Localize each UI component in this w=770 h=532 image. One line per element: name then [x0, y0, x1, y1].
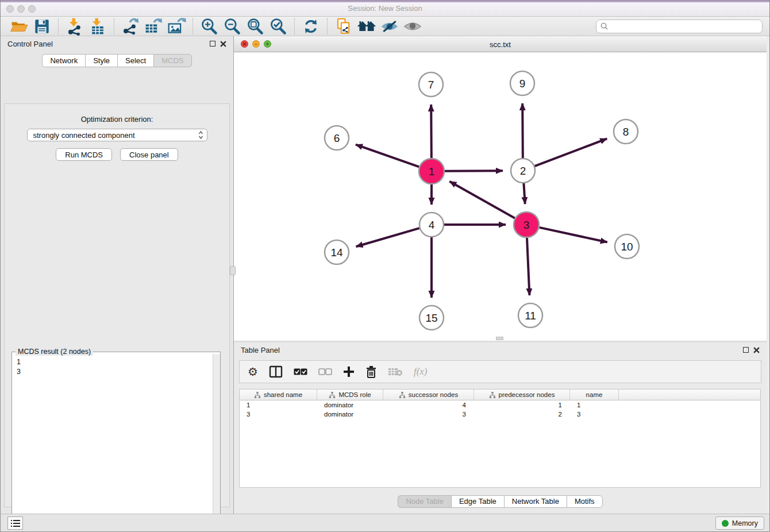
edge-1-7[interactable] — [431, 105, 432, 158]
tab-network-table[interactable]: Network Table — [504, 495, 567, 508]
cell-shared-name[interactable]: 3 — [240, 410, 317, 419]
criterion-select-value: strongly connected component — [33, 131, 135, 140]
edge-4-14[interactable] — [356, 228, 419, 246]
cell-MCDS-role[interactable]: dominator — [317, 400, 383, 410]
toolbar-separator — [294, 18, 295, 34]
import-table-icon[interactable] — [86, 17, 109, 36]
edge-3-10[interactable] — [539, 228, 607, 242]
main-titlebar: Session: New Session — [1, 1, 769, 17]
clone-network-icon[interactable] — [332, 17, 355, 36]
cell-successor-nodes[interactable]: 3 — [383, 410, 474, 419]
column-type-icon — [329, 392, 336, 398]
function-builder-icon: f(x) — [414, 364, 428, 380]
zoom-selected-icon[interactable] — [267, 17, 290, 36]
node-label-4: 4 — [429, 219, 435, 231]
node-label-9: 9 — [519, 78, 526, 90]
table-row[interactable]: 1dominator411 — [240, 400, 760, 410]
cell-predecessor-nodes[interactable]: 2 — [474, 410, 570, 419]
column-layout-icon[interactable] — [269, 364, 283, 380]
float-table-panel-icon[interactable] — [743, 347, 749, 353]
cell-name[interactable]: 3 — [570, 410, 619, 419]
open-file-icon[interactable] — [7, 17, 30, 36]
network-canvas[interactable]: 7968124314101511 — [234, 52, 767, 341]
result-scrollbar[interactable] — [213, 354, 220, 532]
toolbar-separator — [327, 18, 328, 34]
column-header-label: shared name — [264, 391, 302, 398]
edge-2-3[interactable] — [523, 183, 525, 204]
mcds-panel: Optimization criterion: strongly connect… — [4, 103, 230, 507]
column-header-successor-nodes[interactable]: successor nodes — [383, 390, 474, 400]
vertical-splitter-handle[interactable] — [230, 266, 236, 275]
memory-label: Memory — [732, 519, 758, 527]
search-input[interactable] — [611, 22, 758, 30]
export-image-icon[interactable] — [165, 17, 188, 36]
delete-column-trash-icon[interactable] — [365, 364, 377, 380]
tab-edge-table[interactable]: Edge Table — [451, 495, 504, 508]
node-label-8: 8 — [623, 126, 629, 138]
add-column-icon[interactable] — [343, 364, 355, 380]
memory-button[interactable]: Memory — [715, 516, 764, 530]
save-session-icon[interactable] — [30, 17, 53, 36]
edge-2-8[interactable] — [535, 138, 607, 166]
edge-3-11[interactable] — [527, 238, 529, 295]
node-label-1: 1 — [429, 165, 435, 178]
hide-panels-eye-icon[interactable] — [378, 17, 401, 36]
tab-mcds[interactable]: MCDS — [153, 54, 191, 67]
column-header-label: predecessor nodes — [499, 391, 555, 398]
tab-network[interactable]: Network — [42, 54, 85, 67]
refresh-view-icon[interactable] — [299, 17, 322, 36]
mcds-result-group: MCDS result (2 nodes) 13 — [11, 352, 221, 532]
toolbar-separator — [192, 18, 193, 34]
close-table-panel-icon[interactable] — [753, 347, 760, 353]
search-icon — [600, 22, 608, 30]
column-header-MCDS-role[interactable]: MCDS role — [317, 390, 383, 400]
column-type-icon — [399, 392, 406, 398]
import-network-icon[interactable] — [63, 17, 86, 36]
zoom-fit-icon[interactable] — [244, 17, 267, 36]
optimization-criterion-label: Optimization criterion: — [5, 115, 229, 124]
edge-1-6[interactable] — [356, 145, 419, 167]
edge-3-1[interactable] — [449, 182, 515, 218]
reset-home-icon[interactable] — [355, 17, 378, 36]
close-panel-button[interactable]: Close panel — [120, 148, 178, 161]
show-panels-eye-icon[interactable] — [401, 17, 424, 36]
task-history-button[interactable] — [7, 516, 23, 530]
table-toolbar: ⚙ f(x) — [239, 360, 761, 383]
tab-style[interactable]: Style — [85, 54, 117, 67]
table-row[interactable]: 3dominator323 — [240, 410, 760, 419]
cell-MCDS-role[interactable]: dominator — [317, 410, 383, 419]
cell-name[interactable]: 1 — [570, 400, 619, 410]
zoom-out-icon[interactable] — [221, 17, 244, 36]
column-type-icon — [489, 392, 496, 398]
search-field[interactable] — [596, 20, 763, 33]
criterion-select[interactable]: strongly connected component — [27, 129, 207, 141]
column-header-name[interactable]: name — [570, 390, 619, 400]
column-type-icon — [254, 392, 261, 398]
export-table-icon[interactable] — [142, 17, 165, 36]
select-all-icon[interactable] — [294, 364, 307, 380]
node-table[interactable]: shared nameMCDS rolesuccessor nodesprede… — [239, 389, 761, 488]
column-header-shared-name[interactable]: shared name — [240, 390, 317, 400]
tab-select[interactable]: Select — [117, 54, 153, 67]
zoom-in-icon[interactable] — [198, 17, 221, 36]
table-panel-title: Table Panel — [241, 346, 280, 354]
mcds-result-text[interactable]: 13 — [12, 354, 212, 532]
horizontal-splitter-handle[interactable] — [496, 337, 503, 340]
cell-shared-name[interactable]: 1 — [240, 400, 317, 410]
close-panel-icon[interactable] — [220, 41, 226, 47]
cell-successor-nodes[interactable]: 4 — [383, 400, 474, 410]
settings-gear-icon[interactable]: ⚙ — [248, 364, 258, 380]
float-panel-icon[interactable] — [210, 41, 215, 47]
deselect-all-icon[interactable] — [318, 364, 332, 380]
tab-node-table[interactable]: Node Table — [398, 495, 451, 508]
export-network-icon[interactable] — [119, 17, 142, 36]
network-graph[interactable]: 7968124314101511 — [234, 52, 767, 341]
run-mcds-button[interactable]: Run MCDS — [56, 148, 112, 161]
edge-1-2[interactable] — [445, 171, 503, 171]
column-header-predecessor-nodes[interactable]: predecessor nodes — [474, 390, 570, 400]
control-panel: Control Panel NetworkStyleSelectMCDS Opt… — [1, 36, 234, 515]
tab-motifs[interactable]: Motifs — [567, 495, 603, 508]
network-window-titlebar: ✕ − + scc.txt — [234, 36, 767, 52]
edge-2-9[interactable] — [522, 103, 523, 158]
cell-predecessor-nodes[interactable]: 1 — [474, 400, 570, 410]
